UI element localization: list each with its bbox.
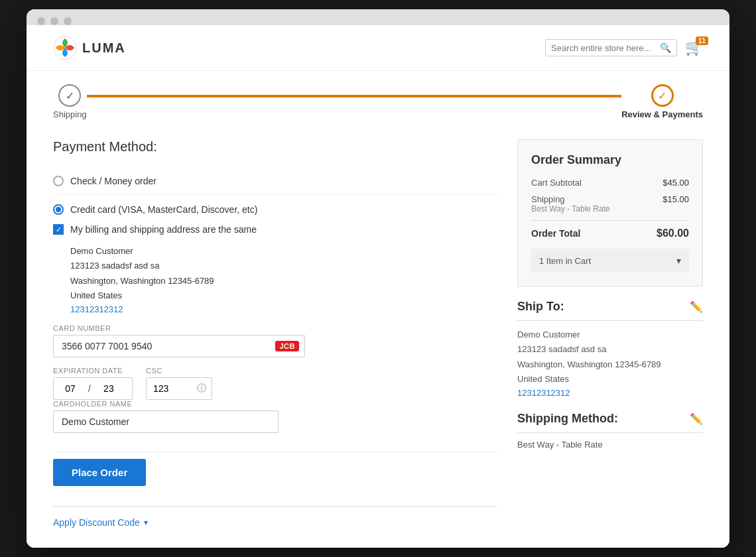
credit-card-section: Credit card (VISA, MasterCard, Discover,… — [53, 195, 497, 452]
browser-chrome — [27, 9, 729, 25]
expiry-csc-row: EXPIRATION DATE / CSC — [53, 367, 497, 400]
shipping-method-divider — [517, 432, 703, 433]
expiry-inputs: / — [53, 377, 133, 400]
billing-phone[interactable]: 12312312312 — [70, 304, 123, 314]
billing-same-row[interactable]: ✓ My billing and shipping address are th… — [53, 224, 497, 235]
cart-badge: 11 — [696, 36, 708, 45]
right-column: Order Summary Cart Subtotal $45.00 Shipp… — [517, 139, 703, 449]
order-total-row: Order Total $60.00 — [531, 227, 689, 239]
step-connector — [87, 95, 622, 97]
card-number-group: CARD NUMBER JCB — [53, 324, 497, 357]
shipping-row: Shipping Best Way - Table Rate $15.00 — [531, 194, 689, 214]
discount-link[interactable]: Apply Discount Code — [53, 517, 140, 528]
cart-button[interactable]: 🛒 11 — [685, 39, 703, 56]
credit-card-label: Credit card (VISA, MasterCard, Discover,… — [70, 204, 257, 215]
ship-country: United States — [517, 372, 703, 387]
expiry-slash: / — [87, 383, 92, 394]
billing-name: Demo Customer — [70, 244, 497, 259]
step-check-shipping: ✓ — [66, 90, 74, 102]
billing-line2: Washington, Washington 12345-6789 — [70, 274, 497, 288]
expiry-group: EXPIRATION DATE / — [53, 367, 133, 400]
billing-line1: 123123 sadadsf asd sa — [70, 259, 497, 273]
search-box[interactable]: 🔍 — [545, 39, 677, 56]
expiry-month-input[interactable] — [54, 378, 87, 399]
header-right: 🔍 🛒 11 — [545, 39, 703, 56]
cardholder-input[interactable] — [53, 410, 279, 433]
ship-address: Demo Customer 123123 sadadsf asd sa Wash… — [517, 328, 703, 398]
csc-info-icon[interactable]: ⓘ — [192, 383, 212, 395]
cart-subtotal-value: $45.00 — [662, 178, 689, 188]
cart-items-row[interactable]: 1 Item in Cart ▾ — [531, 249, 689, 273]
shipping-method-title: Shipping Method: — [517, 412, 618, 426]
csc-group: CSC ⓘ — [146, 367, 212, 400]
csc-input[interactable] — [147, 378, 192, 399]
shipping-label-group: Shipping Best Way - Table Rate — [531, 194, 610, 214]
cart-subtotal-row: Cart Subtotal $45.00 — [531, 178, 689, 188]
main-layout: Payment Method: Check / Money order Cred… — [27, 126, 729, 547]
search-icon: 🔍 — [660, 42, 671, 53]
billing-address: Demo Customer 123123 sadadsf asd sa Wash… — [53, 244, 497, 314]
ship-divider — [517, 320, 703, 321]
check-money-label: Check / Money order — [70, 176, 157, 186]
logo-text: LUMA — [82, 40, 126, 56]
step-label-review: Review & Payments — [621, 109, 703, 119]
shipping-method-box: Shipping Method: ✏️ Best Way - Table Rat… — [517, 412, 703, 450]
left-column: Payment Method: Check / Money order Cred… — [53, 139, 497, 527]
discount-row[interactable]: Apply Discount Code ▾ — [53, 517, 497, 528]
logo[interactable]: LUMA — [53, 36, 126, 60]
ship-to-box: Ship To: ✏️ Demo Customer 123123 sadadsf… — [517, 300, 703, 398]
step-shipping[interactable]: ✓ Shipping — [53, 84, 87, 119]
search-input[interactable] — [551, 43, 657, 53]
shipping-sublabel: Best Way - Table Rate — [531, 204, 610, 214]
logo-icon — [53, 36, 77, 60]
card-number-label: CARD NUMBER — [53, 324, 497, 332]
payment-section-title: Payment Method: — [53, 139, 497, 155]
chevron-down-icon: ▾ — [144, 518, 148, 527]
radio-check-money[interactable] — [53, 176, 64, 186]
bottom-divider — [53, 506, 497, 507]
radio-credit-card[interactable] — [53, 204, 64, 215]
site-header: LUMA 🔍 🛒 11 — [27, 25, 729, 71]
card-form: CARD NUMBER JCB EXPIRATION DATE — [53, 324, 497, 433]
shipping-label: Shipping — [531, 194, 610, 204]
step-circle-shipping: ✓ — [58, 84, 81, 107]
cardholder-group: CARDHOLDER NAME — [53, 400, 497, 433]
step-review[interactable]: ✓ Review & Payments — [621, 84, 703, 119]
cardholder-label: CARDHOLDER NAME — [53, 400, 497, 408]
cart-subtotal-label: Cart Subtotal — [531, 178, 582, 188]
shipping-method-value: Best Way - Table Rate — [517, 440, 703, 450]
ship-to-edit-icon[interactable]: ✏️ — [690, 300, 703, 313]
billing-same-checkbox[interactable]: ✓ — [53, 224, 64, 235]
ship-line1: 123123 sadadsf asd sa — [517, 342, 703, 357]
ship-line2: Washington, Washington 12345-6789 — [517, 357, 703, 372]
ship-to-header: Ship To: ✏️ — [517, 300, 703, 314]
csc-input-wrap: ⓘ — [146, 377, 212, 400]
expiry-label: EXPIRATION DATE — [53, 367, 133, 375]
cart-items-label: 1 Item in Cart — [539, 256, 591, 266]
summary-divider — [531, 220, 689, 221]
csc-label: CSC — [146, 367, 212, 375]
ship-to-title: Ship To: — [517, 300, 564, 314]
step-check-review: ✓ — [658, 90, 666, 102]
order-summary-box: Order Summary Cart Subtotal $45.00 Shipp… — [517, 139, 703, 286]
expiry-year-input[interactable] — [92, 378, 125, 399]
cc-header[interactable]: Credit card (VISA, MasterCard, Discover,… — [53, 204, 497, 215]
card-number-wrapper: JCB — [53, 335, 305, 357]
shipping-method-header: Shipping Method: ✏️ — [517, 412, 703, 426]
order-total-value: $60.00 — [657, 227, 689, 239]
shipping-value: $15.00 — [662, 194, 689, 204]
browser-dot-green — [64, 17, 72, 25]
place-order-button[interactable]: Place Order — [53, 459, 146, 486]
checkout-steps: ✓ Shipping ✓ Review & Payments — [27, 71, 729, 126]
step-label-shipping: Shipping — [53, 109, 87, 119]
billing-same-label: My billing and shipping address are the … — [70, 224, 257, 235]
order-total-label: Order Total — [531, 228, 580, 239]
ship-name: Demo Customer — [517, 328, 703, 342]
cart-items-chevron: ▾ — [676, 255, 681, 266]
jcb-badge: JCB — [275, 341, 299, 351]
shipping-method-edit-icon[interactable]: ✏️ — [690, 412, 703, 425]
ship-phone[interactable]: 12312312312 — [517, 388, 570, 398]
card-number-input[interactable] — [54, 336, 275, 357]
payment-option-check[interactable]: Check / Money order — [53, 168, 497, 195]
browser-dot-red — [37, 17, 45, 25]
